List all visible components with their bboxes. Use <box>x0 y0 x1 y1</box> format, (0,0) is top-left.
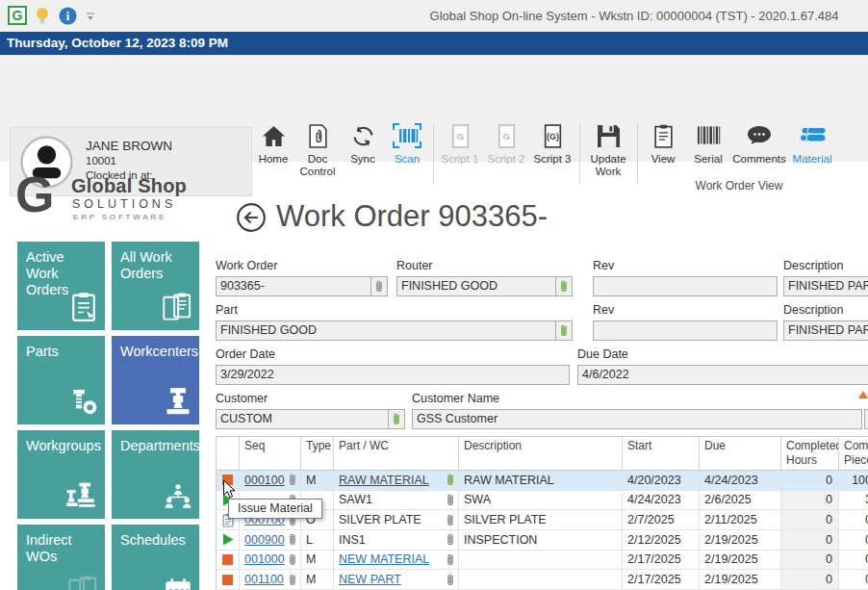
page-title: Work Order 903365- <box>276 199 548 234</box>
sidebar-tile-parts[interactable]: Parts <box>17 336 105 424</box>
part-attachment-icon[interactable] <box>446 473 455 487</box>
clipboards-faded-icon <box>67 575 98 590</box>
toolbar-button-script1: GScript 1 <box>437 120 483 166</box>
column-header-icon <box>217 437 240 470</box>
toolbar-button-serial[interactable]: Serial <box>685 120 731 166</box>
barcode-icon <box>697 120 721 151</box>
router-attachment-button[interactable] <box>555 276 573 296</box>
desc1-input[interactable]: FINISHED PART <box>783 276 868 296</box>
scan-icon <box>393 120 421 151</box>
due-cell: 2/6/2025 <box>700 491 781 510</box>
svg-text:G: G <box>502 132 509 141</box>
gss-logo-icon[interactable]: G <box>8 6 27 25</box>
toolbar-separator <box>637 122 638 184</box>
toolbar-button-view[interactable]: View <box>641 120 685 166</box>
description-cell: SWA <box>459 491 623 510</box>
part-wc-link[interactable]: NEW MATERIAL <box>339 552 429 566</box>
part-attachment-icon[interactable] <box>446 493 455 507</box>
due-cell: 4/24/2023 <box>700 471 781 490</box>
part-label: Part <box>216 303 238 317</box>
rev2-label: Rev <box>593 303 614 317</box>
customer-name-label: Customer Name <box>412 392 499 405</box>
logo-line3: ERP SOFTWARE <box>73 213 166 221</box>
customer-input[interactable]: CUSTOM <box>216 409 389 429</box>
toolbar-button-doc-control[interactable]: Doc Control <box>294 120 341 178</box>
toolbar-button-comments[interactable]: Comments <box>731 120 787 166</box>
router-input[interactable]: FINISHED GOOD <box>396 276 556 296</box>
toolbar-button-home[interactable]: Home <box>252 120 294 166</box>
due-cell: 2/11/2025 <box>700 510 781 529</box>
grid-row-000900[interactable]: 000900LINS1INSPECTION2/12/20252/19/20250… <box>217 530 868 551</box>
part-attachment-icon[interactable] <box>446 552 455 567</box>
info-icon[interactable]: i <box>59 7 78 28</box>
completed-hours-cell: 0 <box>781 551 839 570</box>
grid-row-000100[interactable]: 000100MRAW MATERIALRAW MATERIAL4/20/2023… <box>217 471 868 491</box>
sidebar-tile-departments[interactable]: Departments <box>112 430 199 519</box>
date-banner: Thursday, October 12, 2023 8:09 PM <box>0 32 868 55</box>
sidebar-tile-active-work-orders[interactable]: Active Work Orders <box>17 242 105 330</box>
part-wc-link[interactable]: RAW MATERIAL <box>339 474 429 487</box>
customer-name-input[interactable]: GSS Customer <box>412 409 862 429</box>
sidebar-tile-workcenters[interactable]: Workcenters <box>112 336 199 424</box>
clipboard-icon <box>653 120 674 151</box>
part-attachment-button[interactable] <box>555 321 573 341</box>
column-header-part-wc: Part / WC <box>334 437 459 470</box>
completed-pieces-cell: 0 <box>839 510 868 529</box>
seq-attachment-icon[interactable] <box>288 532 297 547</box>
tile-label: Schedules <box>112 525 199 549</box>
toolbar-button-scan[interactable]: Scan <box>385 120 429 166</box>
rev1-input[interactable] <box>593 276 778 296</box>
sidebar-tile-indirect-wos[interactable]: Indirect WOs <box>17 525 105 590</box>
seq-link[interactable]: 000100 <box>244 474 285 487</box>
toolbar-button-sync[interactable]: Sync <box>341 120 385 166</box>
completed-hours-cell: 0 <box>781 570 839 589</box>
toolbar-button-update-work[interactable]: Update Work <box>583 120 633 178</box>
toolbar-button-script3[interactable]: (G)Script 3 <box>529 120 575 166</box>
issue-material-icon[interactable] <box>222 554 233 565</box>
type-cell: M <box>301 471 334 490</box>
lightbulb-icon[interactable] <box>35 6 54 27</box>
sidebar-tile-schedules[interactable]: Schedules <box>112 525 199 590</box>
seq-link[interactable]: 000900 <box>244 533 285 547</box>
work-order-label: Work Order <box>216 259 277 272</box>
clipped-field-input[interactable] <box>864 409 868 429</box>
tile-label: Active Work Orders <box>17 242 105 298</box>
part-attachment-icon[interactable] <box>446 513 455 527</box>
toolbar-button-material[interactable]: Material <box>787 120 837 166</box>
desc2-input[interactable]: FINISHED PART D <box>783 321 868 341</box>
toolbar-button-label: Home <box>259 153 289 166</box>
start-cell: 2/17/2025 <box>623 570 700 589</box>
issue-material-icon[interactable] <box>222 575 233 585</box>
customer-attachment-button[interactable] <box>388 409 405 429</box>
back-button[interactable] <box>236 202 267 233</box>
seq-attachment-icon[interactable] <box>288 552 297 567</box>
seq-attachment-icon[interactable] <box>288 473 297 487</box>
seq-link[interactable]: 001100 <box>244 573 284 586</box>
completed-hours-cell: 0 <box>781 491 839 510</box>
user-name: JANE BROWN <box>86 139 172 153</box>
part-wc-link[interactable]: NEW PART <box>339 573 401 586</box>
sidebar-tile-all-work-orders[interactable]: All Work Orders <box>112 242 199 330</box>
sidebar-tile-workgroups[interactable]: Workgroups <box>17 430 105 519</box>
grid-row-001100[interactable]: 001100MNEW PART2/17/20252/19/202500 <box>217 570 868 590</box>
order-date-input[interactable]: 3/29/2022 <box>216 365 570 385</box>
seq-attachment-icon[interactable] <box>288 573 297 587</box>
order-date-label: Order Date <box>216 347 275 361</box>
script3-doc-icon: (G) <box>543 120 563 151</box>
work-order-attachment-button[interactable] <box>370 276 388 296</box>
due-date-label: Due Date <box>577 347 628 361</box>
rev2-input[interactable] <box>593 321 778 341</box>
grid-row-001000[interactable]: 001000MNEW MATERIAL2/17/20252/19/202500 <box>217 551 868 571</box>
desc1-label: Description <box>783 259 844 272</box>
toolbar-options-caret-icon[interactable] <box>85 10 104 31</box>
tile-label: Workgroups <box>17 430 105 454</box>
play-icon[interactable] <box>222 533 234 546</box>
completed-hours-cell: 0 <box>781 530 839 550</box>
work-order-input[interactable]: 903365- <box>216 276 371 296</box>
due-date-input[interactable]: 4/6/2022 <box>577 365 868 385</box>
part-attachment-icon[interactable] <box>446 532 455 547</box>
toolbar-button-label: Serial <box>694 153 722 166</box>
seq-link[interactable]: 001000 <box>244 552 285 566</box>
part-input[interactable]: FINISHED GOOD <box>216 321 556 341</box>
part-attachment-icon[interactable] <box>446 573 455 587</box>
